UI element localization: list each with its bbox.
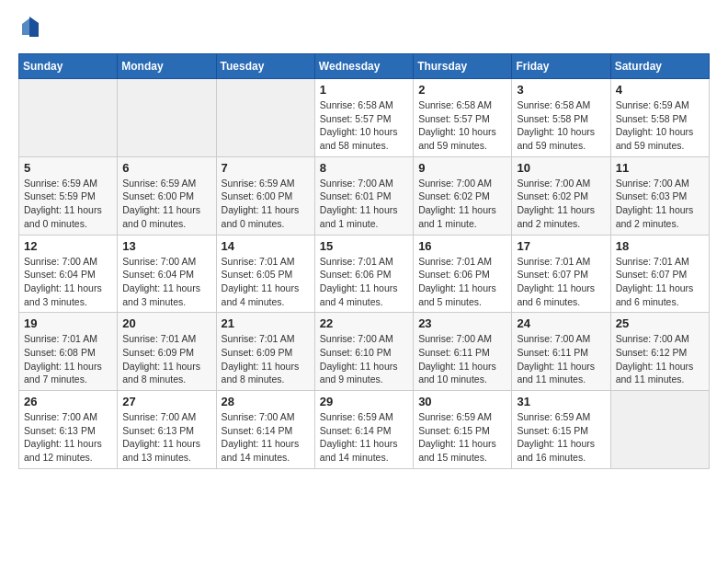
day-number: 23: [418, 316, 506, 330]
day-info: Sunrise: 7:00 AMSunset: 6:11 PMDaylight:…: [517, 332, 605, 386]
calendar-cell: 8Sunrise: 7:00 AMSunset: 6:01 PMDaylight…: [314, 156, 413, 235]
weekday-header: Thursday: [414, 54, 512, 79]
day-number: 25: [616, 316, 704, 330]
calendar-cell: 22Sunrise: 7:00 AMSunset: 6:10 PMDayligh…: [314, 313, 413, 391]
day-info: Sunrise: 7:00 AMSunset: 6:04 PMDaylight:…: [122, 255, 210, 309]
day-number: 19: [24, 316, 112, 330]
calendar-cell: 11Sunrise: 7:00 AMSunset: 6:03 PMDayligh…: [610, 156, 709, 235]
calendar-cell: 28Sunrise: 7:00 AMSunset: 6:14 PMDayligh…: [216, 391, 314, 469]
calendar-cell: 19Sunrise: 7:01 AMSunset: 6:08 PMDayligh…: [19, 313, 118, 391]
day-info: Sunrise: 7:01 AMSunset: 6:06 PMDaylight:…: [418, 255, 506, 309]
calendar-cell: [610, 391, 709, 469]
day-number: 31: [517, 395, 605, 408]
weekday-header: Friday: [512, 54, 610, 79]
day-info: Sunrise: 6:58 AMSunset: 5:57 PMDaylight:…: [418, 98, 506, 153]
weekday-header: Wednesday: [314, 54, 413, 79]
calendar-cell: 21Sunrise: 7:01 AMSunset: 6:09 PMDayligh…: [216, 313, 314, 391]
calendar-cell: 17Sunrise: 7:01 AMSunset: 6:07 PMDayligh…: [512, 235, 610, 313]
day-number: 16: [418, 239, 506, 253]
calendar-cell: 25Sunrise: 7:00 AMSunset: 6:12 PMDayligh…: [610, 313, 709, 391]
weekday-header-row: SundayMondayTuesdayWednesdayThursdayFrid…: [19, 54, 710, 79]
logo-icon: [20, 17, 39, 39]
day-number: 30: [418, 395, 506, 408]
day-info: Sunrise: 7:01 AMSunset: 6:09 PMDaylight:…: [222, 332, 310, 386]
day-info: Sunrise: 6:59 AMSunset: 6:14 PMDaylight:…: [320, 410, 408, 465]
day-info: Sunrise: 7:00 AMSunset: 6:12 PMDaylight:…: [616, 332, 704, 386]
day-number: 24: [517, 316, 605, 330]
calendar-week-row: 5Sunrise: 6:59 AMSunset: 5:59 PMDaylight…: [19, 156, 710, 235]
calendar-cell: 29Sunrise: 6:59 AMSunset: 6:14 PMDayligh…: [314, 391, 413, 469]
calendar-cell: 30Sunrise: 6:59 AMSunset: 6:15 PMDayligh…: [414, 391, 512, 469]
day-info: Sunrise: 7:01 AMSunset: 6:07 PMDaylight:…: [517, 255, 605, 309]
calendar-cell: 20Sunrise: 7:01 AMSunset: 6:09 PMDayligh…: [118, 313, 216, 391]
day-info: Sunrise: 7:00 AMSunset: 6:04 PMDaylight:…: [24, 255, 112, 309]
calendar-cell: 3Sunrise: 6:58 AMSunset: 5:58 PMDaylight…: [512, 79, 610, 157]
day-info: Sunrise: 7:00 AMSunset: 6:02 PMDaylight:…: [418, 177, 506, 231]
day-number: 29: [320, 395, 408, 408]
day-number: 27: [122, 395, 210, 408]
calendar-cell: [19, 79, 118, 157]
day-info: Sunrise: 6:58 AMSunset: 5:57 PMDaylight:…: [320, 98, 408, 153]
calendar-cell: 23Sunrise: 7:00 AMSunset: 6:11 PMDayligh…: [414, 313, 512, 391]
calendar-cell: 24Sunrise: 7:00 AMSunset: 6:11 PMDayligh…: [512, 313, 610, 391]
day-info: Sunrise: 7:00 AMSunset: 6:03 PMDaylight:…: [616, 177, 704, 231]
calendar-cell: 27Sunrise: 7:00 AMSunset: 6:13 PMDayligh…: [118, 391, 216, 469]
weekday-header: Tuesday: [216, 54, 314, 79]
calendar-cell: 7Sunrise: 6:59 AMSunset: 6:00 PMDaylight…: [216, 156, 314, 235]
calendar-cell: 26Sunrise: 7:00 AMSunset: 6:13 PMDayligh…: [19, 391, 118, 469]
day-info: Sunrise: 7:00 AMSunset: 6:14 PMDaylight:…: [222, 410, 310, 465]
calendar-cell: 12Sunrise: 7:00 AMSunset: 6:04 PMDayligh…: [19, 235, 118, 313]
calendar-week-row: 26Sunrise: 7:00 AMSunset: 6:13 PMDayligh…: [19, 391, 710, 469]
day-info: Sunrise: 7:00 AMSunset: 6:13 PMDaylight:…: [24, 410, 112, 465]
calendar-cell: 6Sunrise: 6:59 AMSunset: 6:00 PMDaylight…: [118, 156, 216, 235]
day-number: 22: [320, 316, 408, 330]
day-info: Sunrise: 6:58 AMSunset: 5:58 PMDaylight:…: [517, 98, 605, 153]
day-info: Sunrise: 6:59 AMSunset: 5:58 PMDaylight:…: [616, 98, 704, 153]
day-number: 12: [24, 239, 112, 253]
day-number: 11: [616, 161, 704, 175]
day-number: 21: [222, 316, 310, 330]
calendar-cell: 9Sunrise: 7:00 AMSunset: 6:02 PMDaylight…: [414, 156, 512, 235]
day-info: Sunrise: 6:59 AMSunset: 6:00 PMDaylight:…: [222, 177, 310, 231]
day-number: 13: [122, 239, 210, 253]
weekday-header: Sunday: [19, 54, 118, 79]
day-info: Sunrise: 6:59 AMSunset: 6:00 PMDaylight:…: [122, 177, 210, 231]
day-info: Sunrise: 7:00 AMSunset: 6:11 PMDaylight:…: [418, 332, 506, 386]
day-number: 9: [418, 161, 506, 175]
calendar-cell: 5Sunrise: 6:59 AMSunset: 5:59 PMDaylight…: [19, 156, 118, 235]
day-info: Sunrise: 6:59 AMSunset: 5:59 PMDaylight:…: [24, 177, 112, 231]
day-info: Sunrise: 7:00 AMSunset: 6:01 PMDaylight:…: [320, 177, 408, 231]
day-info: Sunrise: 7:00 AMSunset: 6:02 PMDaylight:…: [517, 177, 605, 231]
day-number: 4: [616, 83, 704, 97]
calendar-cell: 15Sunrise: 7:01 AMSunset: 6:06 PMDayligh…: [314, 235, 413, 313]
day-number: 10: [517, 161, 605, 175]
calendar-cell: [118, 79, 216, 157]
day-number: 7: [222, 161, 310, 175]
calendar-cell: 1Sunrise: 6:58 AMSunset: 5:57 PMDaylight…: [314, 79, 413, 157]
day-info: Sunrise: 7:01 AMSunset: 6:05 PMDaylight:…: [222, 255, 310, 309]
day-number: 3: [517, 83, 605, 97]
calendar-cell: 16Sunrise: 7:01 AMSunset: 6:06 PMDayligh…: [414, 235, 512, 313]
calendar-week-row: 1Sunrise: 6:58 AMSunset: 5:57 PMDaylight…: [19, 79, 710, 157]
day-number: 1: [320, 83, 408, 97]
day-number: 20: [122, 316, 210, 330]
day-number: 15: [320, 239, 408, 253]
calendar-table: SundayMondayTuesdayWednesdayThursdayFrid…: [18, 53, 710, 469]
day-info: Sunrise: 7:01 AMSunset: 6:08 PMDaylight:…: [24, 332, 112, 386]
calendar-cell: 18Sunrise: 7:01 AMSunset: 6:07 PMDayligh…: [610, 235, 709, 313]
day-info: Sunrise: 6:59 AMSunset: 6:15 PMDaylight:…: [418, 410, 506, 465]
day-info: Sunrise: 7:01 AMSunset: 6:09 PMDaylight:…: [122, 332, 210, 386]
calendar-cell: 2Sunrise: 6:58 AMSunset: 5:57 PMDaylight…: [414, 79, 512, 157]
page-header: [18, 18, 710, 39]
calendar-cell: 10Sunrise: 7:00 AMSunset: 6:02 PMDayligh…: [512, 156, 610, 235]
day-number: 14: [222, 239, 310, 253]
day-number: 28: [222, 395, 310, 408]
calendar-cell: 13Sunrise: 7:00 AMSunset: 6:04 PMDayligh…: [118, 235, 216, 313]
weekday-header: Saturday: [610, 54, 709, 79]
day-info: Sunrise: 6:59 AMSunset: 6:15 PMDaylight:…: [517, 410, 605, 465]
calendar-cell: [216, 79, 314, 157]
day-number: 17: [517, 239, 605, 253]
day-number: 6: [122, 161, 210, 175]
day-number: 18: [616, 239, 704, 253]
day-info: Sunrise: 7:00 AMSunset: 6:10 PMDaylight:…: [320, 332, 408, 386]
